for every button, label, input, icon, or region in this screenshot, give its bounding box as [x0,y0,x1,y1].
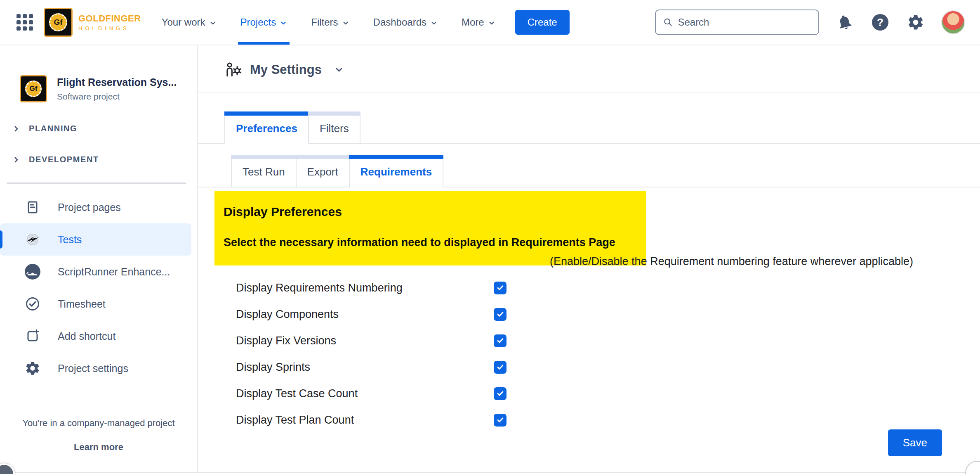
save-button[interactable]: Save [888,429,942,456]
logo-text-line2: HOLDINGS [78,26,141,31]
notifications-bell-icon[interactable] [835,12,855,32]
chevron-down-icon [209,19,217,27]
project-name: Flight Reservation Sys... [57,76,177,88]
main-content: My Settings Preferences Filters Test Run… [198,45,980,472]
secondary-tabs: Test Run Export Requirements [198,155,980,187]
nav-projects[interactable]: Projects [240,0,287,45]
checkbox-display-sprints[interactable] [494,361,506,374]
add-shortcut-icon [24,329,41,344]
sidebar-item-project-pages[interactable]: Project pages [0,191,191,223]
chevron-down-icon[interactable] [334,65,344,75]
nav-filters[interactable]: Filters [311,0,349,45]
display-options-list: Display Requirements Numbering Display C… [198,275,980,433]
nav-your-work[interactable]: Your work [162,0,217,45]
create-button[interactable]: Create [515,10,570,35]
search-icon [663,17,673,28]
logo-mark: Gf [44,8,73,37]
chevron-down-icon [430,19,438,27]
sidebar-divider [7,182,186,184]
logo-monogram: Gf [49,13,67,31]
project-avatar: Gf [20,75,47,102]
sidebar-item-tests[interactable]: Tests [0,223,191,256]
chevron-right-icon [12,125,20,133]
checkbox-display-requirements-numbering[interactable] [494,282,506,294]
primary-nav: Your work Projects Filters Dashboards Mo… [162,0,495,45]
chevron-down-icon [280,19,287,27]
checkbox-display-test-case-count[interactable] [494,387,506,400]
option-row: Display Test Plan Count [198,407,980,433]
chevron-down-icon [342,19,349,27]
tab-export[interactable]: Export [297,155,350,187]
section-subtitle: Select the necessary information need to… [224,236,637,249]
section-title: Display Preferences [224,205,637,219]
checkbox-display-components[interactable] [494,308,506,321]
tab-preferences[interactable]: Preferences [224,111,309,144]
page-title: My Settings [250,62,322,77]
tab-filters[interactable]: Filters [309,111,360,144]
option-row: Display Requirements Numbering [198,275,980,301]
option-row: Display Test Case Count [198,380,980,407]
tab-test-run[interactable]: Test Run [231,155,297,187]
option-row: Display Fix Versions [198,327,980,354]
sidebar-item-timesheet[interactable]: Timesheet [0,288,191,320]
sidebar-item-add-shortcut[interactable]: Add shortcut [0,320,191,352]
chevron-down-icon [488,19,495,27]
goldfinger-logo[interactable]: Gf GOLDFINGER HOLDINGS [44,8,141,37]
nav-more[interactable]: More [462,0,495,45]
header-divider [198,92,980,93]
project-type: Software project [57,92,177,102]
checkbox-display-fix-versions[interactable] [494,334,506,347]
search-box[interactable] [655,9,819,35]
display-preferences-highlight: Display Preferences Select the necessary… [214,191,646,265]
scriptrunner-shoe-icon [24,263,41,280]
project-header: Gf Flight Reservation Sys... Software pr… [0,75,197,102]
app-switcher-icon[interactable] [16,14,33,31]
option-row: Display Components [198,301,980,327]
chevron-right-icon [12,156,20,164]
logo-text-line1: GOLDFINGER [78,14,141,23]
sidebar-item-project-settings[interactable]: Project settings [0,352,191,384]
requirement-numbering-note: (Enable/Disable the Requirement numberin… [550,255,913,268]
pages-icon [24,200,41,215]
sidebar-item-scriptrunner[interactable]: ScriptRunner Enhance... [0,256,191,288]
tests-qmetry-icon [24,232,41,247]
top-navigation: Gf GOLDFINGER HOLDINGS Your work Project… [0,0,980,45]
checkbox-display-test-plan-count[interactable] [494,414,506,427]
check-circle-icon [24,296,41,312]
search-input[interactable] [678,17,811,28]
page-header: My Settings [198,45,980,79]
settings-gear-icon[interactable] [906,12,926,32]
help-icon[interactable]: ? [870,12,890,32]
primary-tabs: Preferences Filters [198,111,980,144]
project-monogram: Gf [25,81,42,97]
my-settings-icon [224,60,243,79]
user-avatar[interactable] [941,10,965,34]
learn-more-link[interactable]: Learn more [74,442,123,453]
sidebar-section-development[interactable]: DEVELOPMENT [0,155,197,164]
managed-project-message: You're in a company-managed project [0,418,197,429]
gear-icon [24,360,41,376]
nav-dashboards[interactable]: Dashboards [373,0,438,45]
tab-requirements[interactable]: Requirements [350,155,443,187]
project-sidebar: Gf Flight Reservation Sys... Software pr… [0,45,198,472]
option-row: Display Sprints [198,354,980,380]
sidebar-footer: You're in a company-managed project Lear… [0,418,197,453]
sidebar-section-planning[interactable]: PLANNING [0,124,197,133]
